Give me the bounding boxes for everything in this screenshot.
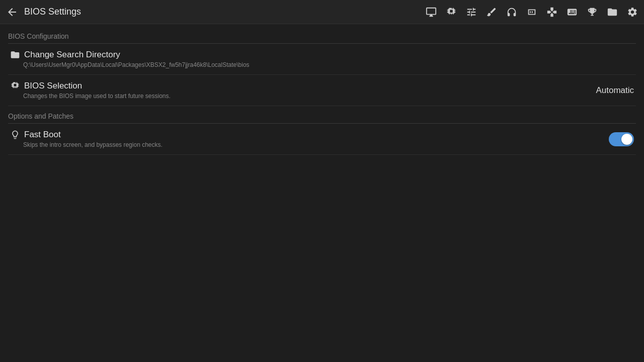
folder-browse-icon[interactable] xyxy=(607,7,618,18)
folder-icon xyxy=(10,50,20,60)
bios-selection-title: BIOS Selection xyxy=(24,81,82,91)
section-bios-configuration: BIOS Configuration xyxy=(8,32,636,44)
settings-icon[interactable] xyxy=(627,7,638,18)
bios-selection-item[interactable]: BIOS Selection Changes the BIOS image us… xyxy=(8,75,636,106)
fast-boot-subtitle: Skips the intro screen, and bypasses reg… xyxy=(23,141,163,148)
fast-boot-icon xyxy=(10,130,20,140)
pen-icon[interactable] xyxy=(486,7,497,18)
fast-boot-toggle-container xyxy=(609,132,634,146)
fast-boot-toggle-knob xyxy=(621,134,632,145)
display-icon[interactable] xyxy=(426,7,437,18)
back-button[interactable] xyxy=(6,6,18,18)
headphones-icon[interactable] xyxy=(506,7,517,18)
change-search-directory-subtitle: Q:\Users\UserMgr0\AppData\Local\Packages… xyxy=(23,61,250,68)
sliders-icon[interactable] xyxy=(466,7,477,18)
header: BIOS Settings xyxy=(0,0,644,24)
trophy-icon[interactable] xyxy=(587,7,598,18)
chip-icon[interactable] xyxy=(446,7,457,18)
change-search-directory-item[interactable]: Change Search Directory Q:\Users\UserMgr… xyxy=(8,44,636,75)
toolbar-icons xyxy=(426,7,638,18)
page-title: BIOS Settings xyxy=(24,7,426,17)
gamepad-icon[interactable] xyxy=(546,7,557,18)
bios-chip-icon xyxy=(10,81,20,91)
bios-selection-value: Automatic xyxy=(596,85,634,96)
content: BIOS Configuration Change Search Directo… xyxy=(0,24,644,163)
bios-selection-subtitle: Changes the BIOS image used to start fut… xyxy=(23,93,171,100)
keyboard-icon[interactable] xyxy=(567,7,578,18)
fast-boot-item[interactable]: Fast Boot Skips the intro screen, and by… xyxy=(8,124,636,155)
section-options-patches: Options and Patches xyxy=(8,112,636,124)
memory-icon[interactable] xyxy=(526,7,537,18)
fast-boot-title: Fast Boot xyxy=(24,130,61,140)
change-search-directory-title: Change Search Directory xyxy=(24,50,120,60)
fast-boot-toggle[interactable] xyxy=(609,132,634,146)
